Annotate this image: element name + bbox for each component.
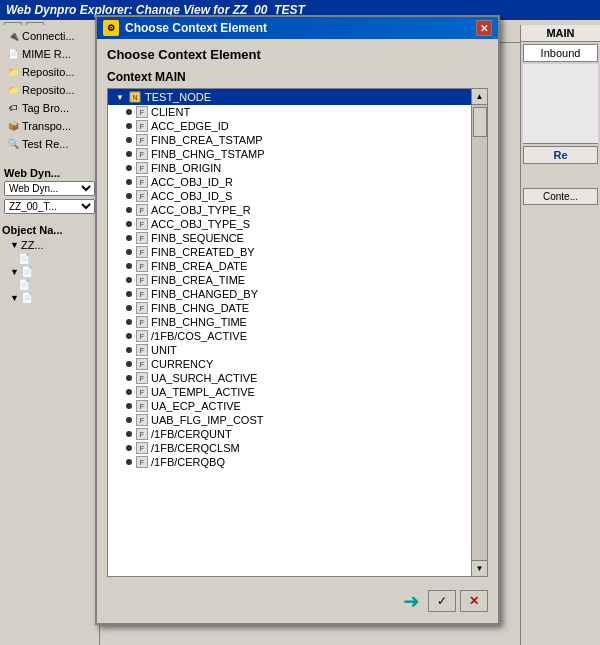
- tree-row[interactable]: FCURRENCY: [108, 357, 487, 371]
- tree-child3-icon: 📄: [18, 279, 30, 290]
- ok-label: ✓: [437, 594, 447, 608]
- tree-row[interactable]: FFINB_CHNG_TSTAMP: [108, 147, 487, 161]
- modal-footer: ➜ ✓ ✕: [107, 585, 488, 613]
- modal-title-text: Choose Context Element: [125, 21, 267, 35]
- sidebar-item-repo2[interactable]: 📁 Reposito...: [2, 81, 97, 99]
- tree-row-root[interactable]: ▼ N TEST_NODE: [108, 89, 487, 105]
- tree-row[interactable]: FFINB_CHNG_TIME: [108, 315, 487, 329]
- modal-subtitle: Choose Context Element: [107, 47, 488, 62]
- sidebar-mime-label: MIME R...: [22, 48, 71, 60]
- sidebar-repo2-label: Reposito...: [22, 84, 75, 96]
- tree-row[interactable]: FFINB_CREA_TSTAMP: [108, 133, 487, 147]
- first-dropdown[interactable]: Web Dyn...: [4, 181, 95, 196]
- tree-root: ▼ N TEST_NODE FCLIENTFACC_EDGE_IDFFINB_C…: [108, 89, 487, 469]
- repo1-icon: 📁: [6, 65, 20, 79]
- tree-row[interactable]: FUA_SURCH_ACTIVE: [108, 371, 487, 385]
- svg-text:N: N: [132, 94, 137, 101]
- cancel-button[interactable]: ✕: [460, 590, 488, 612]
- right-spacer: [521, 166, 600, 186]
- tree-row[interactable]: FFINB_SEQUENCE: [108, 231, 487, 245]
- tree-row[interactable]: FFINB_CHANGED_BY: [108, 287, 487, 301]
- tree-row[interactable]: FFINB_ORIGIN: [108, 161, 487, 175]
- root-label: TEST_NODE: [145, 91, 211, 103]
- scroll-down-btn[interactable]: ▼: [472, 560, 487, 576]
- tree-container[interactable]: ▼ N TEST_NODE FCLIENTFACC_EDGE_IDFFINB_C…: [107, 88, 488, 577]
- tree-child-node1[interactable]: 📄: [2, 252, 97, 265]
- tree-row[interactable]: FUNIT: [108, 343, 487, 357]
- webdyn-label: Web Dyn...: [4, 167, 95, 179]
- tree-row[interactable]: FACC_EDGE_ID: [108, 119, 487, 133]
- tree-scrollbar[interactable]: ▲ ▼: [471, 89, 487, 576]
- tagbro-icon: 🏷: [6, 101, 20, 115]
- context-button[interactable]: Conte...: [523, 188, 598, 205]
- scroll-thumb: [473, 107, 487, 137]
- tree-row[interactable]: FFINB_CHNG_DATE: [108, 301, 487, 315]
- sidebar-repo1-label: Reposito...: [22, 66, 75, 78]
- tree-row[interactable]: FFINB_CREATED_BY: [108, 245, 487, 259]
- tree-expand-icon3[interactable]: ▼: [10, 293, 19, 303]
- sidebar-tagbro-label: Tag Bro...: [22, 102, 69, 114]
- modal-dialog-icon: ⚙: [103, 20, 119, 36]
- second-dropdown[interactable]: ZZ_00_T...: [4, 199, 95, 214]
- tree-row[interactable]: F/1FB/CERQBQ: [108, 455, 487, 469]
- cancel-label: ✕: [469, 594, 479, 608]
- tree-root-node[interactable]: ▼ ZZ...: [2, 238, 97, 252]
- modal-title-left: ⚙ Choose Context Element: [103, 20, 267, 36]
- re-button[interactable]: Re: [523, 146, 598, 164]
- modal-close-button[interactable]: ✕: [476, 20, 492, 36]
- sidebar-item-transpo[interactable]: 📦 Transpo...: [2, 117, 97, 135]
- inbound-tab[interactable]: Inbound: [523, 44, 598, 62]
- tree-child4-icon: 📄: [21, 292, 33, 303]
- sidebar-item-mime[interactable]: 📄 MIME R...: [2, 45, 97, 63]
- tree-row[interactable]: F/1FB/CERQUNT: [108, 427, 487, 441]
- inbound-label: Inbound: [541, 47, 581, 59]
- modal-titlebar: ⚙ Choose Context Element ✕: [97, 17, 498, 39]
- tree-row[interactable]: FUA_ECP_ACTIVE: [108, 399, 487, 413]
- modal-body: Choose Context Element Context MAIN ▼ N: [97, 39, 498, 621]
- repo2-icon: 📁: [6, 83, 20, 97]
- right-panel-main: MAIN: [521, 25, 600, 42]
- tree-row[interactable]: FFINB_CREA_DATE: [108, 259, 487, 273]
- sidebar-item-tagbro[interactable]: 🏷 Tag Bro...: [2, 99, 97, 117]
- ok-button[interactable]: ✓: [428, 590, 456, 612]
- tree-row[interactable]: FACC_OBJ_TYPE_R: [108, 203, 487, 217]
- object-tree-area: Object Na... ▼ ZZ... 📄 ▼ 📄 📄 ▼ 📄: [2, 224, 97, 304]
- modal-context-label: Context MAIN: [107, 70, 488, 84]
- tree-row[interactable]: FACC_OBJ_ID_R: [108, 175, 487, 189]
- tree-row[interactable]: FFINB_CREA_TIME: [108, 273, 487, 287]
- sidebar-connect-label: Connecti...: [22, 30, 75, 42]
- tree-child-node2[interactable]: ▼ 📄: [2, 265, 97, 278]
- tree-row[interactable]: F/1FB/CERQCLSM: [108, 441, 487, 455]
- scroll-track: [472, 105, 487, 560]
- sidebar-item-repo1[interactable]: 📁 Reposito...: [2, 63, 97, 81]
- tree-expand-icon[interactable]: ▼: [10, 240, 19, 250]
- dropdown-area: Web Dyn... Web Dyn... ZZ_00_T...: [2, 165, 97, 216]
- root-expand-arrow[interactable]: ▼: [114, 91, 126, 103]
- tree-row[interactable]: F/1FB/COS_ACTIVE: [108, 329, 487, 343]
- re-label: Re: [553, 149, 567, 161]
- tree-child2-icon: 📄: [21, 266, 33, 277]
- tree-items-container: FCLIENTFACC_EDGE_IDFFINB_CREA_TSTAMPFFIN…: [108, 105, 487, 469]
- connect-icon: 🔌: [6, 29, 20, 43]
- transpo-icon: 📦: [6, 119, 20, 133]
- tree-child-node3[interactable]: 📄: [2, 278, 97, 291]
- background-window: Web Dynpro Explorer: Change View for ZZ_…: [0, 0, 600, 645]
- tree-child-node4[interactable]: ▼ 📄: [2, 291, 97, 304]
- tree-child1-icon: 📄: [18, 253, 30, 264]
- sidebar-transpo-label: Transpo...: [22, 120, 71, 132]
- test-icon: 🔍: [6, 137, 20, 151]
- left-sidebar: 🔌 Connecti... 📄 MIME R... 📁 Reposito... …: [0, 25, 100, 645]
- tree-row[interactable]: FUA_TEMPL_ACTIVE: [108, 385, 487, 399]
- context-label: Conte...: [543, 191, 578, 202]
- tree-expand-icon2[interactable]: ▼: [10, 267, 19, 277]
- tree-row[interactable]: FACC_OBJ_ID_S: [108, 189, 487, 203]
- root-node-icon: N: [128, 90, 142, 104]
- tree-row[interactable]: FUAB_FLG_IMP_COST: [108, 413, 487, 427]
- main-label: MAIN: [546, 27, 574, 39]
- sidebar-item-connect[interactable]: 🔌 Connecti...: [2, 27, 97, 45]
- tree-row[interactable]: FCLIENT: [108, 105, 487, 119]
- tree-row[interactable]: FACC_OBJ_TYPE_S: [108, 217, 487, 231]
- footer-arrow-icon: ➜: [403, 589, 420, 613]
- sidebar-item-test[interactable]: 🔍 Test Re...: [2, 135, 97, 153]
- scroll-up-btn[interactable]: ▲: [472, 89, 487, 105]
